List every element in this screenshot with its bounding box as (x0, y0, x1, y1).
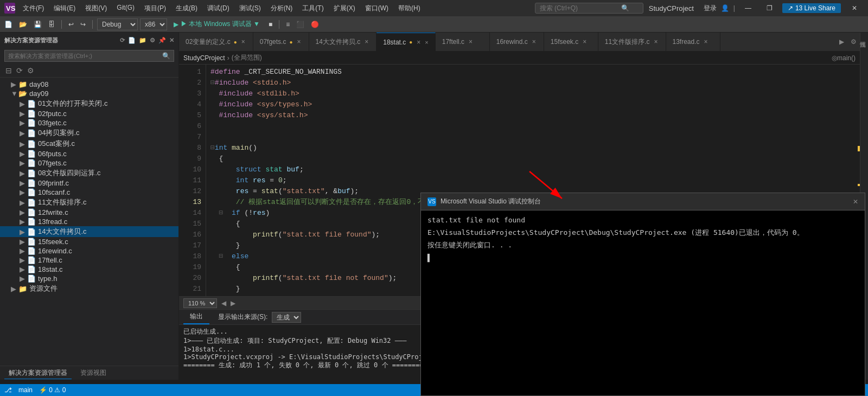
tab-15[interactable]: 15fseek.c × (544, 33, 598, 52)
sidebar-search-input[interactable] (8, 53, 162, 59)
tab-close[interactable]: × (531, 37, 537, 46)
tab-close[interactable]: × (363, 37, 369, 46)
tab-13[interactable]: 13fread.c × (666, 33, 720, 52)
breadcrumb-scope[interactable]: (全局范围) (232, 53, 262, 62)
sidebar-item-18[interactable]: ▶ 📄 18stat.c (0, 265, 178, 274)
source-select[interactable]: 生成 (272, 312, 301, 323)
tab-close[interactable]: × (240, 37, 246, 46)
tab-menu-btn[interactable]: ⚙ (847, 38, 860, 46)
sidebar-search[interactable]: 🔍 (4, 50, 174, 62)
minimize-btn[interactable]: — (739, 3, 757, 13)
sidebar-item-06[interactable]: ▶ 📄 06fputs.c (0, 149, 178, 158)
run-button[interactable]: ▶ ▶ 本地 Windows 调试器 ▼ (169, 18, 264, 30)
sidebar-item-03[interactable]: ▶ 📄 03fgetc.c (0, 118, 178, 127)
menu-debug[interactable]: 调试(D) (203, 3, 234, 14)
stop-btn[interactable]: ■ (266, 20, 275, 29)
breadcrumb-func-label[interactable]: main() (837, 54, 856, 62)
align-left-btn[interactable]: ⬛ (294, 20, 307, 29)
platform-select[interactable]: x86 x64 (140, 18, 167, 30)
sidebar-item-08[interactable]: ▶ 📄 08文件版四则运算.c (0, 168, 178, 178)
sync-icon[interactable]: ⟳ (120, 37, 125, 44)
sidebar-pin[interactable]: 📌 (158, 37, 166, 44)
tab-close[interactable]: × (296, 37, 302, 46)
tab-scroll-right[interactable]: ▶ (836, 38, 847, 46)
menu-analyze[interactable]: 分析(N) (266, 3, 297, 14)
tab-pin[interactable]: × (425, 39, 428, 46)
new-file-icon[interactable]: 📄 (128, 37, 136, 44)
settings-btn[interactable]: ⚙ (26, 65, 35, 76)
sidebar-item-14[interactable]: ▶ 📄 14大文件拷贝.c (0, 226, 178, 237)
sidebar-item-17[interactable]: ▶ 📄 17ftell.c (0, 256, 178, 265)
sidebar-item-day08[interactable]: ▶ 📁 day08 (0, 80, 178, 89)
tab-11[interactable]: 11文件版排序.c × (598, 33, 666, 52)
tab-07[interactable]: 07fgets.c ● × (253, 33, 309, 52)
menu-build[interactable]: 生成(B) (171, 3, 202, 14)
tab-17[interactable]: 17ftell.c × (436, 33, 490, 52)
sidebar-item-02[interactable]: ▶ 📄 02fputc.c (0, 109, 178, 118)
tab-close[interactable]: × (468, 37, 474, 46)
redo-btn[interactable]: ↪ (78, 20, 88, 29)
collapse-btn[interactable]: ⊟ (4, 65, 13, 76)
debug-console-close[interactable]: ✕ (853, 198, 858, 206)
open-btn[interactable]: 📂 (17, 20, 29, 29)
menu-file[interactable]: 文件(F) (18, 3, 48, 14)
tab-18[interactable]: 18stat.c ● × × (376, 33, 436, 52)
save-all-btn[interactable]: 🗄 (46, 20, 57, 29)
svg-line-2 (529, 171, 562, 199)
sidebar-item-12[interactable]: ▶ 📄 12fwrite.c (0, 208, 178, 217)
sidebar-item-04[interactable]: ▶ 📄 04拷贝案例.c (0, 127, 178, 138)
error-count[interactable]: ⚡ 0 ⚠ 0 (39, 386, 66, 394)
sep1 (61, 20, 62, 29)
save-btn[interactable]: 💾 (31, 20, 44, 29)
sidebar-item-11[interactable]: ▶ 📄 11文件版排序.c (0, 197, 178, 208)
live-share-btn[interactable]: ↗ 13 Live Share (782, 3, 841, 13)
menu-project[interactable]: 项目(P) (140, 3, 170, 14)
sidebar-item-16[interactable]: ▶ 📄 16rewind.c (0, 246, 178, 256)
new-folder-icon[interactable]: 📁 (139, 37, 146, 44)
tab-02[interactable]: 02变量的定义.c ● × (179, 33, 253, 52)
tab-resource-view[interactable]: 资源视图 (76, 367, 111, 379)
tab-16[interactable]: 16rewind.c × (490, 33, 544, 52)
sidebar-item-resources[interactable]: ▶ 📁 资源文件 (0, 283, 178, 294)
sidebar-item-day09[interactable]: ▼ 📂 day09 (0, 89, 178, 98)
menu-test[interactable]: 测试(S) (235, 3, 265, 14)
menu-git[interactable]: Git(G) (112, 3, 139, 14)
user-login[interactable]: 登录 (704, 4, 717, 13)
sidebar-item-15[interactable]: ▶ 📄 15fseek.c (0, 237, 178, 246)
new-file-btn[interactable]: 📄 (2, 20, 15, 29)
menu-edit[interactable]: 编辑(E) (49, 3, 80, 14)
breadcrumb-project[interactable]: StudyCProject (183, 54, 225, 62)
close-btn[interactable]: ✕ (845, 3, 864, 13)
tab-solution-explorer[interactable]: 解决方案资源管理器 (4, 367, 72, 379)
menu-help[interactable]: 帮助(H) (394, 3, 425, 14)
sidebar-item-10[interactable]: ▶ 📄 10fscanf.c (0, 188, 178, 197)
tab-close[interactable]: × (416, 38, 422, 47)
zoom-select[interactable]: 110 % (183, 298, 217, 308)
sidebar-item-09[interactable]: ▶ 📄 09fprintf.c (0, 178, 178, 188)
format-btn[interactable]: ≡ (284, 20, 292, 29)
output-tab[interactable]: 输出 (183, 310, 209, 324)
sidebar-item-01[interactable]: ▶ 📄 01文件的打开和关闭.c (0, 98, 178, 109)
sidebar-item-13[interactable]: ▶ 📄 13fread.c (0, 217, 178, 226)
tab-close[interactable]: × (582, 37, 588, 46)
refresh-btn[interactable]: ⟳ (15, 65, 24, 76)
menu-window[interactable]: 窗口(W) (361, 3, 393, 14)
menu-view[interactable]: 视图(V) (81, 3, 111, 14)
tab-close[interactable]: × (703, 37, 709, 46)
menu-tools[interactable]: 工具(T) (298, 3, 328, 14)
properties-label[interactable]: 属性 (860, 33, 868, 41)
title-search-input[interactable] (540, 4, 621, 12)
sidebar-close[interactable]: ✕ (169, 37, 174, 44)
sidebar-item-type[interactable]: ▶ 📄 type.h (0, 274, 178, 283)
title-search[interactable]: 🔍 (535, 3, 643, 14)
tab-close[interactable]: × (653, 37, 659, 46)
filter-icon[interactable]: ⚙ (150, 37, 155, 44)
breakpoint-btn[interactable]: 🔴 (309, 20, 321, 29)
sidebar-item-05[interactable]: ▶ 📄 05cat案例.c (0, 138, 178, 149)
tab-14[interactable]: 14大文件拷贝.c × (309, 33, 377, 52)
config-select[interactable]: Debug Release (97, 18, 138, 30)
menu-extensions[interactable]: 扩展(X) (329, 3, 360, 14)
maximize-btn[interactable]: ❐ (761, 3, 778, 13)
sidebar-item-07[interactable]: ▶ 📄 07fgets.c (0, 158, 178, 168)
undo-btn[interactable]: ↩ (66, 20, 76, 29)
